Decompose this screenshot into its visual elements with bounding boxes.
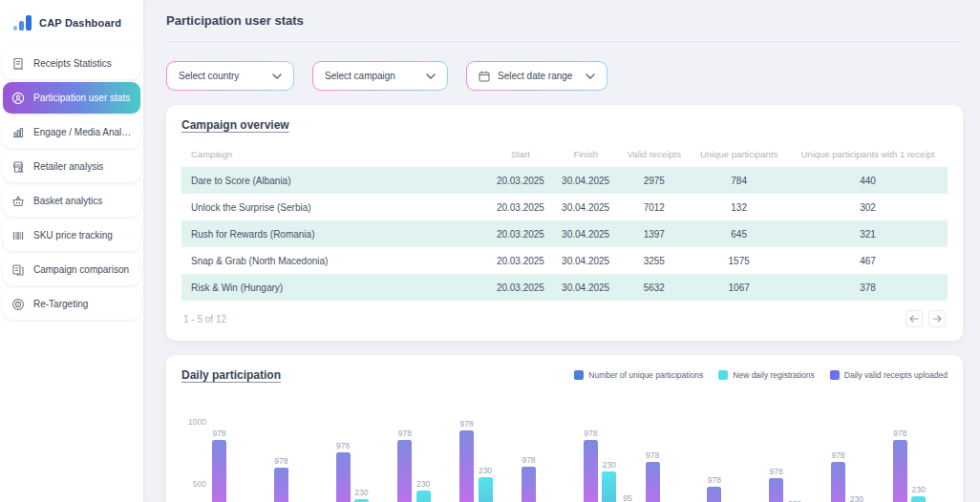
legend-item: Daily valid receipts uploaded [830,370,948,380]
table-footer: 1 - 5 of 12 [181,310,948,331]
bar-value-label: 978 [327,441,360,450]
retarget-icon [11,297,26,312]
legend-label: Daily valid receipts uploaded [844,370,948,380]
bar-value-label: 978 [884,429,917,438]
bar-new-daily-registrations [911,496,926,502]
divider [166,41,963,42]
next-page-button[interactable] [928,310,946,327]
value-cell: 30.04.2025 [553,194,618,220]
bar-value-label: 978 [512,455,545,465]
legend-label: Number of unique participations [588,370,703,380]
table-row: Snap & Grab (North Macedonia)20.03.20253… [181,247,948,274]
sidebar-nav: Receipts Statistics Participation user s… [0,48,143,320]
basket-icon [11,194,26,209]
bar-value-label: 230 [902,485,935,494]
bar-value-label: 978 [759,467,793,476]
bar-number-of-unique-participations [646,462,660,502]
sidebar-item-label: Engage / Media Analytics [33,127,133,137]
daily-participation-card: Daily participation Number of unique par… [166,355,963,502]
bar-value-label: 978 [574,429,607,438]
chart-legend: Number of unique participations New dail… [574,368,948,380]
sidebar-item-basket-analytics[interactable]: Basket analytics [3,185,140,217]
compare-icon [11,262,26,278]
country-select-placeholder: Select country [179,71,265,81]
retailer-icon [11,159,26,175]
sidebar-item-label: SKU price tracking [33,230,113,241]
page-title: Participation user stats [166,13,963,28]
value-cell: 30.04.2025 [553,220,618,247]
bar-number-of-unique-participations [212,440,226,502]
value-cell: 378 [788,274,948,301]
sidebar-item-label: Retailer analysis [33,161,103,172]
value-cell: 20.03.2025 [488,274,553,301]
sidebar-item-participation-user-stats[interactable]: Participation user stats [3,82,140,114]
value-cell: 5632 [618,274,690,301]
value-cell: 20.03.2025 [488,194,553,220]
value-cell: 20.03.2025 [488,167,553,194]
legend-item: New daily registrations [718,370,815,380]
column-header: Unique participants [690,141,788,167]
value-cell: 1067 [690,274,788,301]
country-select[interactable]: Select country [166,61,294,91]
chevron-down-icon [426,73,436,79]
legend-swatch [830,370,840,380]
campaign-name-cell: Snap & Grab (North Macedonia) [181,247,488,274]
app-logo: CAP Dashboard [0,0,143,48]
bar-chart-logo-icon [13,15,32,31]
bar-value-label: 230 [469,466,502,475]
campaign-select[interactable]: Select campaign [312,61,448,91]
bar-new-daily-registrations [416,491,431,502]
bar-value-label: 95 [610,493,644,502]
column-header: Valid receipts [618,141,690,167]
value-cell: 645 [690,220,788,247]
column-header: Finish [553,141,618,167]
main-content: Participation user stats Select country … [143,0,980,502]
bar-number-of-unique-participations [707,487,721,502]
legend-item: Number of unique participations [574,370,703,380]
sidebar-item-receipts-statistics[interactable]: Receipts Statistics [3,48,140,79]
bar-value-label: 230 [592,460,626,470]
bar-value-label: 230 [407,479,440,489]
bar-new-daily-registrations [479,477,493,502]
user-stats-icon [11,91,26,106]
bar-value-label: 978 [697,475,731,485]
value-cell: 784 [690,167,788,194]
bar-value-label: 978 [636,450,670,460]
sidebar-item-re-targeting[interactable]: Re-Targeting [3,288,140,320]
receipt-icon [11,56,26,72]
sidebar-item-engage-media-analytics[interactable]: Engage / Media Analytics [3,116,140,148]
pagination-label: 1 - 5 of 12 [183,314,226,324]
y-axis-tick: 500 [181,479,206,489]
bar-number-of-unique-participations [274,468,288,502]
bar-value-label: 978 [265,456,298,466]
table-row: Unlock the Surprise (Serbia)20.03.202530… [181,194,948,220]
date-range-select[interactable]: Select date range [466,61,607,91]
value-cell: 3255 [618,247,690,274]
campaign-select-placeholder: Select campaign [325,71,418,81]
sidebar-item-campaign-comparison[interactable]: Campaign comparison [3,254,140,285]
bar-value-label: 230 [840,494,873,502]
app-title: CAP Dashboard [39,17,121,29]
sidebar: CAP Dashboard Receipts Statistics Partic… [0,0,143,502]
value-cell: 30.04.2025 [553,247,618,274]
bar-chart: 1000500978230959782309597823095978230959… [181,393,948,502]
value-cell: 1397 [618,220,690,247]
value-cell: 30.04.2025 [553,274,618,301]
value-cell: 321 [788,220,948,247]
campaign-name-cell: Dare to Score (Albania) [181,167,488,194]
sidebar-item-label: Basket analytics [33,196,102,206]
prev-page-button[interactable] [905,310,923,327]
value-cell: 467 [788,247,948,274]
sidebar-item-label: Participation user stats [33,93,130,103]
table-row: Dare to Score (Albania)20.03.202530.04.2… [181,167,948,194]
daily-participation-title: Daily participation [181,368,281,382]
sidebar-item-sku-price-tracking[interactable]: SKU price tracking [3,220,140,251]
value-cell: 7012 [618,194,690,220]
sidebar-item-retailer-analysis[interactable]: Retailer analysis [3,151,140,182]
bar-value-label: 978 [202,429,236,438]
sidebar-item-label: Campaign comparison [33,264,129,275]
sidebar-item-label: Re-Targeting [33,299,88,309]
barcode-icon [11,228,26,243]
legend-swatch [574,370,584,380]
campaign-overview-card: Campaign overview CampaignStartFinishVal… [166,105,963,341]
